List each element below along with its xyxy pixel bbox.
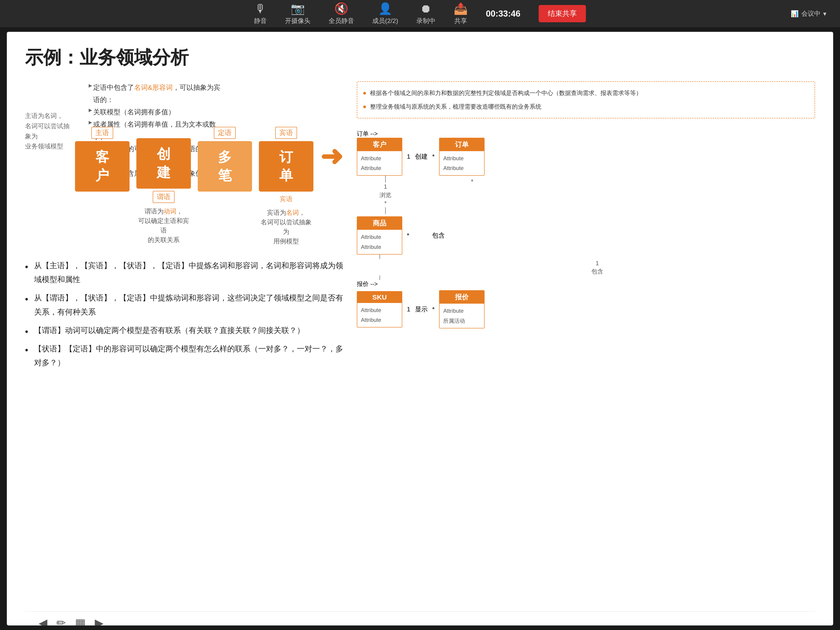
sku-star: * <box>432 306 435 313</box>
entity-order-header: 订单 <box>439 138 484 151</box>
slide-navigation: ◀ ✏ ▦ ▶ <box>25 611 815 625</box>
nav-forward-button[interactable]: ▶ <box>95 616 103 626</box>
mute-all-icon: 🔇 <box>334 2 348 15</box>
sentence-diagram-container: 主语为名词，名词可以尝试抽象为业务领域模型 定语中包含了名词&形容词，可以抽象为… <box>25 81 343 240</box>
domain-row-1: 客户 Attribute Attribute 1 创建 * 订单 <box>357 138 815 176</box>
toolbar: 🎙 静音 📷 开摄像头 🔇 全员静音 👤 成员(2/2) ⏺ 录制中 📤 共享 … <box>0 0 840 27</box>
vertical-connector-bottom: 1 包含 <box>379 254 815 280</box>
object-wrapper: 宾语 订单 宾语 宾语为名词，名词可以尝试抽象为用例模型 <box>259 127 313 246</box>
rel-create-label: 创建 <box>415 152 428 161</box>
mute-icon: 🎙 <box>255 2 266 15</box>
nav-edit-button[interactable]: ✏ <box>56 616 66 626</box>
left-section: 主语为名词，名词可以尝试抽象为业务领域模型 定语中包含了名词&形容词，可以抽象为… <box>25 81 343 611</box>
meeting-status-label: 会议中 <box>801 9 821 18</box>
vline-2 <box>385 207 386 214</box>
right-section: ● 根据各个领域之间的亲和力和数据的完整性判定领域是否构成一个中心（数据查询需求… <box>357 81 815 611</box>
predicate-note: 谓语为动词，可以确定主语和宾语的关联关系 <box>136 207 191 245</box>
sku-num-1: 1 <box>407 306 411 313</box>
nav-grid-button[interactable]: ▦ <box>75 616 86 626</box>
record-icon: ⏺ <box>420 2 432 15</box>
share-icon: 📤 <box>454 2 468 15</box>
subject-label: 主语 <box>92 127 113 139</box>
contain-label-1: 包含 <box>432 231 445 240</box>
annotation-item-2: 关联模型（名词拥有多值） <box>88 106 225 118</box>
vertical-connector-left: 1 浏览 * <box>379 176 392 214</box>
domain-note-item-1: ● 根据各个领域之间的亲和力和数据的完整性判定领域是否构成一个中心（数据查询需求… <box>363 87 809 99</box>
nav-back-button[interactable]: ◀ <box>39 616 47 626</box>
entity-promotion: 报价 Attribute 所属活动 <box>439 290 485 328</box>
entity-product-body: Attribute Attribute <box>357 230 402 254</box>
predicate-label: 谓语 <box>153 191 175 203</box>
word-order: 订单 <box>259 141 313 192</box>
sentence-boxes: 主语 客户 创建 谓语 谓语为动词，可以确定主语和宾语的关联关系 定语 <box>75 127 343 246</box>
entity-customer: 客户 Attribute Attribute <box>357 138 402 176</box>
domain-note-item-2: ● 整理业务领域与原系统的关系，梳理需要改造哪些既有的业务系统 <box>363 101 809 112</box>
slide-title: 示例：业务领域分析 <box>25 46 815 70</box>
entity-order: 订单 Attribute Attribute <box>439 138 485 176</box>
toolbar-members[interactable]: 👤 成员(2/2) <box>372 2 398 25</box>
browse-label-group: 1 浏览 * <box>379 183 392 207</box>
main-area: 示例：业务领域分析 主语为名词，名词可以尝试抽象为业务领域模型 定语中包含了名词… <box>7 32 833 625</box>
bar-chart-icon: 📊 <box>791 10 799 17</box>
vline-4 <box>379 275 380 280</box>
meeting-timer: 00:33:46 <box>486 9 521 19</box>
object-note: 宾语为名词，名词可以尝试抽象为用例模型 <box>259 208 313 246</box>
domain-note: ● 根据各个领域之间的亲和力和数据的完整性判定领域是否构成一个中心（数据查询需求… <box>357 81 815 118</box>
browse-label: 浏览 <box>379 191 392 199</box>
num-1b: 1 <box>379 259 815 267</box>
toolbar-camera[interactable]: 📷 开摄像头 <box>285 2 311 25</box>
end-share-button[interactable]: 结束共享 <box>538 5 586 22</box>
word-create: 创建 <box>136 138 191 189</box>
camera-icon: 📷 <box>291 2 305 15</box>
rel-num-1: 1 <box>407 153 411 160</box>
mute-label: 静音 <box>254 17 267 25</box>
toolbar-mute[interactable]: 🎙 静音 <box>254 2 267 25</box>
bullet-section: 从【主语】，【宾语】，【状语】，【定语】中提炼名词和形容词，名词和形容词将成为领… <box>25 252 343 374</box>
contain-label-group: 1 包含 <box>379 259 815 276</box>
bullet-item-2: 从【谓语】，【状语】，【定语】中提炼动词和形容词，这些词决定了领域模型之间是否有… <box>25 291 343 319</box>
left-note: 主语为名词，名词可以尝试抽象为业务领域模型 <box>25 111 75 152</box>
annotation-item-1: 定语中包含了名词&形容词，可以抽象为宾语的： <box>88 81 225 106</box>
toolbar-mute-all[interactable]: 🔇 全员静音 <box>328 2 354 25</box>
contain-label-2: 包含 <box>379 267 815 275</box>
entity-sku-header: SKU <box>357 292 402 303</box>
entity-customer-body: Attribute Attribute <box>357 151 402 175</box>
order-star: * <box>471 178 474 185</box>
entity-sku: SKU Attribute Attribute <box>357 291 402 327</box>
bullet-item-3: 【谓语】动词可以确定两个模型是否有联系（有关联？直接关联？间接关联？） <box>25 324 343 337</box>
entity-sku-body: Attribute Attribute <box>357 303 402 327</box>
entity-product-header: 商品 <box>357 217 402 230</box>
slide-body: 主语为名词，名词可以尝试抽象为业务领域模型 定语中包含了名词&形容词，可以抽象为… <box>25 81 815 611</box>
word-multi: 多笔 <box>198 141 252 192</box>
product-star: * <box>407 232 409 239</box>
slide-content: 示例：业务领域分析 主语为名词，名词可以尝试抽象为业务领域模型 定语中包含了名词… <box>7 32 833 625</box>
vline-3 <box>379 254 380 259</box>
mute-all-label: 全员静音 <box>328 17 354 25</box>
entity-order-body: Attribute Attribute <box>439 151 484 175</box>
object-sublabel: 宾语 <box>276 194 296 204</box>
orange-bullet-1: ● <box>363 89 366 96</box>
entity-promotion-body: Attribute 所属活动 <box>439 304 484 328</box>
word-customer: 客户 <box>75 141 129 192</box>
display-label: 显示 <box>415 305 428 314</box>
right-arrow-icon: ➜ <box>320 141 343 172</box>
toolbar-share[interactable]: 📤 共享 <box>454 2 468 25</box>
members-label: 成员(2/2) <box>372 17 398 25</box>
toolbar-record[interactable]: ⏺ 录制中 <box>416 2 436 25</box>
entity-product: 商品 Attribute Attribute <box>357 216 402 254</box>
subject-wrapper: 主语 客户 <box>75 127 129 192</box>
members-icon: 👤 <box>378 2 392 15</box>
meeting-status: 📊 会议中 ▾ <box>791 9 826 18</box>
entity-customer-header: 客户 <box>357 138 402 151</box>
predicate-wrapper: 创建 谓语 谓语为动词，可以确定主语和宾语的关联关系 <box>136 127 191 245</box>
orange-bullet-2: ● <box>363 103 366 110</box>
vertical-connector-area: 1 浏览 * * <box>357 176 815 214</box>
share-label: 共享 <box>454 17 467 25</box>
modifier-label: 定语 <box>214 127 236 139</box>
vline-1 <box>385 176 386 183</box>
star-label: * <box>379 199 392 207</box>
bullet-list: 从【主语】，【宾语】，【状语】，【定语】中提炼名词和形容词，名词和形容词将成为领… <box>25 259 343 369</box>
object-label: 宾语 <box>275 127 297 139</box>
entity-promotion-header: 报价 <box>439 291 484 304</box>
rel-star-1: * <box>432 153 435 160</box>
